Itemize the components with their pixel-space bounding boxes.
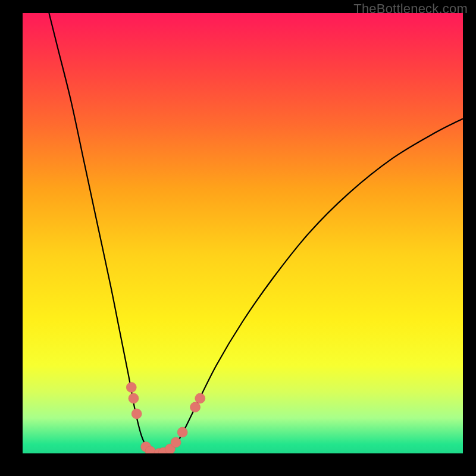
data-marker (190, 402, 201, 412)
data-marker (177, 427, 187, 437)
data-marker (195, 393, 205, 403)
bottleneck-curve (49, 13, 463, 453)
data-marker (129, 393, 139, 403)
data-marker (171, 437, 181, 447)
chart-frame: TheBottleneck.com (0, 0, 476, 476)
data-marker (126, 383, 136, 393)
plot-area (23, 13, 463, 453)
markers-group (126, 383, 205, 454)
chart-svg (23, 13, 463, 453)
data-marker (131, 409, 142, 419)
